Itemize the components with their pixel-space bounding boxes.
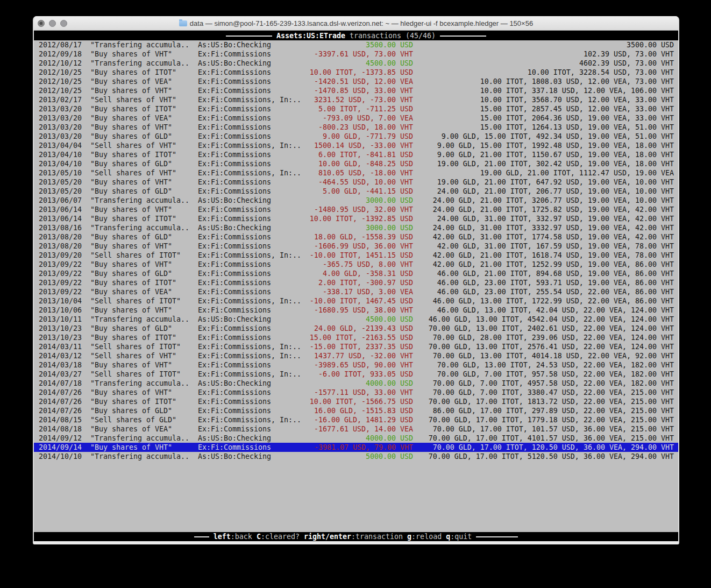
- transaction-row[interactable]: 2014/03/27"Sell shares of ITOT"Ex:Fi:Com…: [34, 370, 678, 379]
- transaction-row[interactable]: 2013/06/14"Buy shares of VHT"Ex:Fi:Commi…: [34, 205, 678, 214]
- transaction-description: "Sell shares of ITOT": [90, 251, 198, 260]
- transactions-list: 2012/08/17"Transfering accumula..As:US:B…: [34, 40, 678, 461]
- running-balance: 42.00 GLD, 21.00 ITOT, 1618.74 USD, 19.0…: [413, 251, 678, 260]
- window-titlebar[interactable]: data — simon@pool-71-165-239-133.lsanca.…: [34, 16, 678, 31]
- transaction-date: 2012/10/25: [34, 86, 90, 95]
- transaction-amount: -1677.61 USD, 14.00 VEA: [305, 424, 413, 434]
- transaction-row[interactable]: 2013/08/20"Buy shares of VHT"Ex:Fi:Commi…: [34, 242, 678, 251]
- transaction-row[interactable]: 2012/09/18"Buy shares of VHT"Ex:Fi:Commi…: [34, 49, 678, 59]
- transaction-date: 2013/03/20: [34, 123, 90, 132]
- transaction-date: 2013/03/20: [34, 104, 90, 114]
- window-close-button[interactable]: [38, 20, 45, 27]
- transaction-row[interactable]: 2012/10/25"Buy shares of VEA"Ex:Fi:Commi…: [34, 77, 678, 86]
- transaction-description: "Sell shares of VHT": [90, 141, 198, 150]
- transaction-amount: -6.00 ITOT, 933.05 USD: [305, 370, 413, 379]
- transaction-date: 2013/06/14: [34, 205, 90, 214]
- transaction-row[interactable]: 2012/10/25"Buy shares of VHT"Ex:Fi:Commi…: [34, 86, 678, 95]
- transaction-row[interactable]: 2014/07/26"Buy shares of VHT"Ex:Fi:Commi…: [34, 388, 678, 397]
- transaction-description: "Sell shares of VHT": [90, 168, 198, 178]
- transaction-row[interactable]: 2013/05/20"Buy shares of GLD"Ex:Fi:Commi…: [34, 187, 678, 196]
- transaction-date: 2014/03/12: [34, 351, 90, 360]
- running-balance: 10.00 ITOT, 3568.70 USD, 12.00 VEA, 33.0…: [413, 95, 678, 104]
- transaction-amount: 3000.00 USD: [305, 196, 413, 205]
- transaction-amount: -15.00 ITOT, 2337.35 USD: [305, 342, 413, 351]
- transaction-row[interactable]: 2013/10/06"Buy shares of VHT"Ex:Fi:Commi…: [34, 306, 678, 315]
- transaction-row[interactable]: 2013/03/20"Buy shares of VHT"Ex:Fi:Commi…: [34, 123, 678, 132]
- transaction-row[interactable]: 2013/04/10"Buy shares of GLD"Ex:Fi:Commi…: [34, 159, 678, 168]
- transaction-row[interactable]: 2012/08/17"Transfering accumula..As:US:B…: [34, 40, 678, 49]
- running-balance: 15.00 ITOT, 2857.45 USD, 12.00 VEA, 33.0…: [413, 104, 678, 114]
- running-balance: 9.00 GLD, 15.00 ITOT, 1992.48 USD, 19.00…: [413, 141, 678, 150]
- transaction-row[interactable]: 2013/09/20"Sell shares of ITOT"Ex:Fi:Com…: [34, 251, 678, 260]
- transaction-amount: 4000.00 USD: [305, 434, 413, 443]
- transaction-accounts: As:US:Bo:Checking: [198, 434, 305, 443]
- transaction-row[interactable]: 2013/10/11"Transfering accumula..As:US:B…: [34, 315, 678, 324]
- transaction-accounts: Ex:Fi:Commissions: [198, 360, 305, 370]
- transaction-row[interactable]: 2013/05/10"Sell shares of VHT"Ex:Fi:Comm…: [34, 168, 678, 178]
- transaction-date: 2014/03/18: [34, 360, 90, 370]
- horizontal-rule: [226, 36, 272, 37]
- transaction-row[interactable]: 2013/09/22"Buy shares of VHT"Ex:Fi:Commi…: [34, 260, 678, 269]
- transaction-row[interactable]: 2014/03/12"Sell shares of VHT"Ex:Fi:Comm…: [34, 351, 678, 360]
- transaction-row[interactable]: 2014/07/18"Transfering accumula..As:US:B…: [34, 379, 678, 388]
- transaction-row[interactable]: 2014/03/11"Sell shares of ITOT"Ex:Fi:Com…: [34, 342, 678, 351]
- transaction-row[interactable]: 2013/03/20"Buy shares of VEA"Ex:Fi:Commi…: [34, 114, 678, 123]
- running-balance: 19.00 GLD, 21.00 ITOT, 647.92 USD, 19.00…: [413, 178, 678, 187]
- transaction-row[interactable]: 2013/04/04"Sell shares of VHT"Ex:Fi:Comm…: [34, 141, 678, 150]
- window-minimize-button[interactable]: [49, 20, 56, 27]
- transaction-row[interactable]: 2014/07/26"Buy shares of GLD"Ex:Fi:Commi…: [34, 406, 678, 415]
- transaction-row[interactable]: 2014/07/26"Buy shares of ITOT"Ex:Fi:Comm…: [34, 397, 678, 406]
- transaction-date: 2013/06/07: [34, 196, 90, 205]
- transaction-row[interactable]: 2013/05/20"Buy shares of VHT"Ex:Fi:Commi…: [34, 178, 678, 187]
- transaction-date: 2013/04/10: [34, 159, 90, 168]
- transaction-description: "Sell shares of ITOT": [90, 342, 198, 351]
- transaction-accounts: Ex:Fi:Commissions: [198, 178, 305, 187]
- transaction-row[interactable]: 2013/03/20"Buy shares of ITOT"Ex:Fi:Comm…: [34, 104, 678, 114]
- transaction-row[interactable]: 2012/10/25"Buy shares of ITOT"Ex:Fi:Comm…: [34, 68, 678, 77]
- window-title-text: data — simon@pool-71-165-239-133.lsanca.…: [190, 19, 533, 27]
- transaction-row[interactable]: 2013/09/22"Buy shares of VEA"Ex:Fi:Commi…: [34, 287, 678, 296]
- transaction-description: "Buy shares of VHT": [90, 388, 198, 397]
- transaction-accounts: Ex:Fi:Commissions: [198, 49, 305, 59]
- transaction-amount: 2.00 ITOT, -300.97 USD: [305, 278, 413, 287]
- transaction-row[interactable]: 2013/08/20"Buy shares of GLD"Ex:Fi:Commi…: [34, 232, 678, 242]
- transaction-row-selected[interactable]: 2014/09/14"Buy shares of VHT"Ex:Fi:Commi…: [34, 443, 678, 452]
- transaction-date: 2013/10/23: [34, 333, 90, 342]
- running-balance: 70.00 GLD, 17.00 ITOT, 1813.72 USD, 22.0…: [413, 397, 678, 406]
- transaction-row[interactable]: 2013/10/23"Buy shares of GLD"Ex:Fi:Commi…: [34, 324, 678, 333]
- transaction-row[interactable]: 2013/09/22"Buy shares of ITOT"Ex:Fi:Comm…: [34, 278, 678, 287]
- transaction-row[interactable]: 2013/02/17"Sell shares of VHT"Ex:Fi:Comm…: [34, 95, 678, 104]
- transaction-accounts: Ex:Fi:Commissions, In:..: [198, 95, 305, 104]
- transaction-date: 2014/09/14: [34, 443, 90, 452]
- transaction-row[interactable]: 2013/10/23"Buy shares of ITOT"Ex:Fi:Comm…: [34, 333, 678, 342]
- running-balance: 70.00 GLD, 7.00 ITOT, 4957.58 USD, 22.00…: [413, 379, 678, 388]
- transaction-row[interactable]: 2014/08/15"Sell shares of GLD"Ex:Fi:Comm…: [34, 415, 678, 424]
- transaction-row[interactable]: 2014/10/10"Transfering accumula..As:US:B…: [34, 452, 678, 461]
- transaction-description: "Buy shares of GLD": [90, 324, 198, 333]
- window-zoom-button[interactable]: [60, 20, 67, 27]
- transaction-row[interactable]: 2013/10/04"Sell shares of ITOT"Ex:Fi:Com…: [34, 296, 678, 306]
- transaction-accounts: Ex:Fi:Commissions: [198, 232, 305, 242]
- running-balance: 102.39 USD, 73.00 VHT: [413, 49, 678, 59]
- transaction-row[interactable]: 2013/09/22"Buy shares of GLD"Ex:Fi:Commi…: [34, 269, 678, 278]
- transaction-amount: -793.09 USD, 7.00 VEA: [305, 114, 413, 123]
- transaction-accounts: Ex:Fi:Commissions, In:..: [198, 296, 305, 306]
- transaction-row[interactable]: 2014/08/18"Buy shares of VEA"Ex:Fi:Commi…: [34, 424, 678, 434]
- transaction-row[interactable]: 2013/06/07"Transfering accumula..As:US:B…: [34, 196, 678, 205]
- status-key-action: :transaction: [351, 533, 407, 541]
- transaction-date: 2013/02/17: [34, 95, 90, 104]
- transaction-row[interactable]: 2013/04/10"Buy shares of ITOT"Ex:Fi:Comm…: [34, 150, 678, 159]
- transaction-amount: 9.00 GLD, -771.79 USD: [305, 132, 413, 141]
- transaction-amount: 6.00 ITOT, -841.81 USD: [305, 150, 413, 159]
- transaction-row[interactable]: 2013/08/16"Transfering accumula..As:US:B…: [34, 223, 678, 232]
- transaction-row[interactable]: 2014/09/12"Transfering accumula..As:US:B…: [34, 434, 678, 443]
- transaction-row[interactable]: 2013/03/20"Buy shares of GLD"Ex:Fi:Commi…: [34, 132, 678, 141]
- transaction-row[interactable]: 2012/10/12"Transfering accumula..As:US:B…: [34, 59, 678, 68]
- status-key-action: :quit: [450, 533, 472, 541]
- transaction-row[interactable]: 2014/03/18"Buy shares of VHT"Ex:Fi:Commi…: [34, 360, 678, 370]
- transaction-date: 2013/10/04: [34, 296, 90, 306]
- transaction-row[interactable]: 2013/06/14"Buy shares of ITOT"Ex:Fi:Comm…: [34, 214, 678, 223]
- transaction-accounts: Ex:Fi:Commissions: [198, 260, 305, 269]
- running-balance: 70.00 GLD, 28.00 ITOT, 239.06 USD, 22.00…: [413, 333, 678, 342]
- transaction-description: "Buy shares of GLD": [90, 159, 198, 168]
